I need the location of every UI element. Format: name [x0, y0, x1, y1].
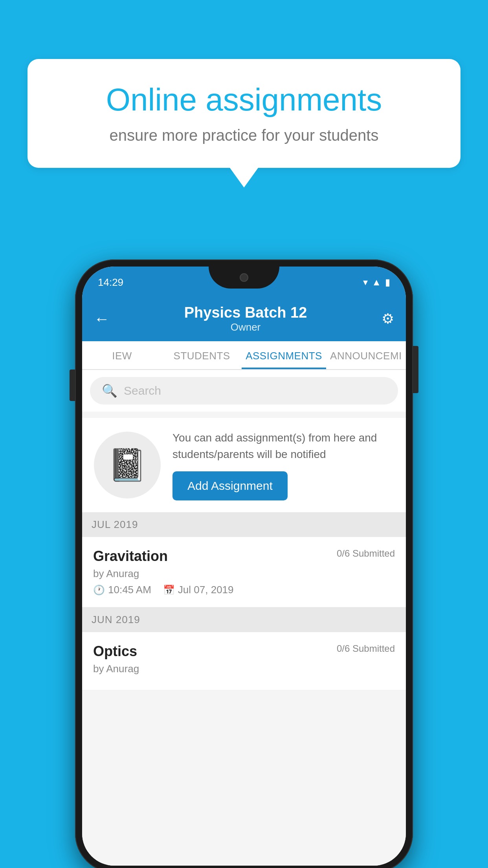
assignment-item-gravitation[interactable]: Gravitation 0/6 Submitted by Anurag 🕐 10…: [82, 537, 406, 607]
promo-description: You can add assignment(s) from here and …: [172, 430, 394, 463]
phone-notch: [209, 267, 279, 289]
assignment-top-row: Gravitation 0/6 Submitted: [93, 548, 395, 565]
assignment-meta-gravitation: 🕐 10:45 AM 📅 Jul 07, 2019: [93, 584, 395, 596]
content-area: 🔍 Search 📓 You can add assignment(s) fro…: [82, 370, 406, 866]
speech-bubble-section: Online assignments ensure more practice …: [28, 59, 460, 188]
meta-date-gravitation: 📅 Jul 07, 2019: [163, 584, 234, 596]
speech-bubble-title: Online assignments: [55, 83, 433, 117]
promo-icon-circle: 📓: [94, 432, 161, 498]
speech-bubble-card: Online assignments ensure more practice …: [28, 59, 460, 168]
status-bar: 14:29 ▾ ▲ ▮: [82, 267, 406, 298]
speech-bubble-subtitle: ensure more practice for your students: [55, 127, 433, 144]
wifi-icon: ▾: [363, 277, 368, 288]
search-placeholder: Search: [124, 384, 161, 397]
search-bar[interactable]: 🔍 Search: [90, 377, 398, 405]
section-header-jun: JUN 2019: [82, 607, 406, 632]
tab-iew[interactable]: IEW: [82, 341, 162, 369]
signal-icon: ▲: [372, 277, 381, 288]
header-subtitle: Owner: [184, 321, 307, 333]
phone-mockup: 14:29 ▾ ▲ ▮ ← Physics Batch 12 Owner ⚙: [75, 259, 413, 868]
battery-icon: ▮: [385, 277, 390, 288]
app-header: ← Physics Batch 12 Owner ⚙: [82, 298, 406, 341]
notebook-icon: 📓: [108, 447, 147, 484]
promo-text-group: You can add assignment(s) from here and …: [172, 430, 394, 500]
assignment-top-row-optics: Optics 0/6 Submitted: [93, 643, 395, 660]
calendar-icon: 📅: [163, 585, 175, 596]
add-assignment-promo: 📓 You can add assignment(s) from here an…: [82, 418, 406, 512]
back-button[interactable]: ←: [94, 310, 110, 328]
header-title: Physics Batch 12: [184, 304, 307, 321]
assignment-title-optics: Optics: [93, 643, 137, 660]
clock-icon: 🕐: [93, 585, 105, 596]
add-assignment-button[interactable]: Add Assignment: [172, 471, 288, 500]
section-header-jul: JUL 2019: [82, 512, 406, 537]
search-bar-wrapper: 🔍 Search: [82, 370, 406, 412]
assignment-author-optics: by Anurag: [93, 663, 395, 675]
tab-announcements[interactable]: ANNOUNCEMI: [326, 341, 406, 369]
assignment-item-optics[interactable]: Optics 0/6 Submitted by Anurag: [82, 632, 406, 690]
tab-students[interactable]: STUDENTS: [162, 341, 242, 369]
settings-button[interactable]: ⚙: [382, 311, 394, 327]
meta-time-gravitation: 🕐 10:45 AM: [93, 584, 151, 596]
status-icons: ▾ ▲ ▮: [363, 277, 390, 288]
search-icon: 🔍: [102, 383, 117, 398]
meta-time-value: 10:45 AM: [108, 584, 151, 596]
status-time: 14:29: [98, 276, 123, 289]
assignment-submitted-gravitation: 0/6 Submitted: [337, 548, 395, 559]
speech-bubble-arrow: [230, 168, 258, 188]
camera-dot: [240, 273, 248, 282]
assignment-title-gravitation: Gravitation: [93, 548, 168, 565]
assignment-submitted-optics: 0/6 Submitted: [337, 643, 395, 654]
tabs-bar: IEW STUDENTS ASSIGNMENTS ANNOUNCEMI: [82, 341, 406, 370]
phone-screen: 14:29 ▾ ▲ ▮ ← Physics Batch 12 Owner ⚙: [82, 267, 406, 866]
header-title-group: Physics Batch 12 Owner: [184, 304, 307, 333]
tab-assignments[interactable]: ASSIGNMENTS: [242, 341, 326, 369]
phone-body: 14:29 ▾ ▲ ▮ ← Physics Batch 12 Owner ⚙: [75, 259, 413, 868]
assignment-author-gravitation: by Anurag: [93, 568, 395, 580]
meta-date-value: Jul 07, 2019: [178, 584, 234, 596]
